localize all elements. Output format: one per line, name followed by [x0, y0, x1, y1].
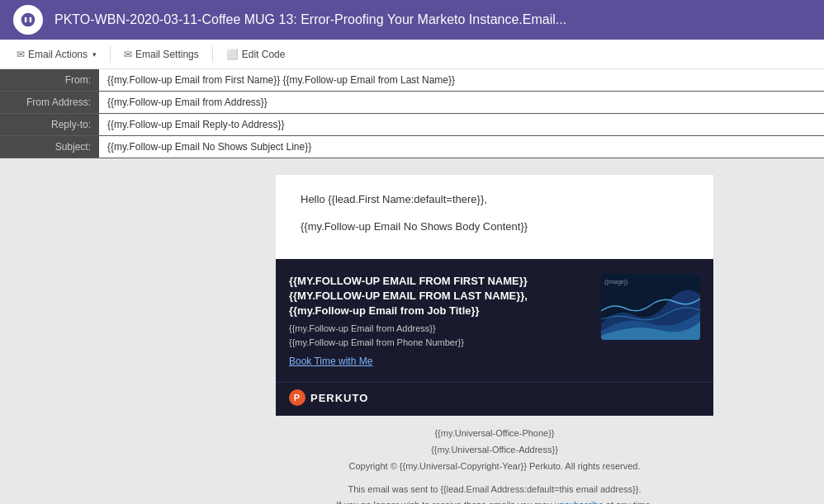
footer-area: {{my.Universal-Office-Phone}} {{my.Unive…: [276, 416, 713, 504]
meta-section: From: {{my.Follow-up Email from First Na…: [0, 69, 824, 158]
reply-to-value: {{my.Follow-up Email Reply-to Address}}: [99, 114, 824, 135]
book-time-link[interactable]: Book Time with Me: [289, 356, 588, 367]
email-actions-button[interactable]: ✉ Email Actions ▾: [10, 45, 103, 64]
page-title: PKTO-WBN-2020-03-11-Coffee MUG 13: Error…: [54, 12, 566, 27]
perkuto-name: PERKUTO: [310, 392, 368, 404]
email-wrapper: Hello {{lead.First Name:default=there}},…: [0, 158, 824, 504]
signature-block: {{MY.FOLLOW-UP EMAIL FROM FIRST NAME}} {…: [276, 259, 713, 383]
reply-to-row: Reply-to: {{my.Follow-up Email Reply-to …: [0, 114, 824, 136]
main-content[interactable]: Hello {{lead.First Name:default=there}},…: [0, 158, 824, 504]
toolbar: ✉ Email Actions ▾ ✉ Email Settings ⬜ Edi…: [0, 40, 824, 69]
app-logo: [13, 5, 43, 35]
email-settings-button[interactable]: ✉ Email Settings: [117, 45, 206, 64]
signature-bottom: P PERKUTO: [276, 382, 713, 416]
signature-wave-image: {{image}}: [601, 274, 700, 340]
chevron-down-icon: ▾: [92, 50, 97, 59]
reply-to-label: Reply-to:: [0, 114, 99, 135]
subject-label: Subject:: [0, 136, 99, 158]
email-icon: ✉: [17, 49, 25, 60]
perkuto-logo: P PERKUTO: [289, 389, 700, 406]
svg-rect-2: [30, 17, 32, 23]
footer-unsubscribe-prefix: If you no longer wish to receive these e…: [336, 500, 554, 504]
signature-name: {{MY.FOLLOW-UP EMAIL FROM FIRST NAME}} {…: [289, 274, 588, 319]
unsubscribe-link[interactable]: unsubscribe: [554, 500, 603, 504]
from-address-label: From Address:: [0, 92, 99, 113]
code-icon: ⬜: [226, 49, 239, 60]
email-main: Hello {{lead.First Name:default=there}},…: [165, 158, 824, 504]
subject-row: Subject: {{my.Follow-up Email No Shows S…: [0, 136, 824, 158]
from-value: {{my.Follow-up Email from First Name}} {…: [99, 69, 824, 91]
footer-phone: {{my.Universal-Office-Phone}}: [276, 426, 713, 442]
email-settings-label: Email Settings: [135, 49, 199, 60]
edit-code-button[interactable]: ⬜ Edit Code: [220, 45, 292, 64]
from-label: From:: [0, 69, 99, 91]
signature-address-2: {{my.Follow-up Email from Phone Number}}: [289, 336, 588, 350]
email-settings-icon: ✉: [124, 49, 132, 60]
email-actions-label: Email Actions: [28, 49, 88, 60]
email-greeting: Hello {{lead.First Name:default=there}},: [301, 191, 689, 209]
perkuto-icon: P: [289, 389, 305, 406]
svg-rect-1: [25, 17, 26, 23]
toolbar-separator-2: [212, 46, 213, 63]
edit-code-label: Edit Code: [242, 49, 286, 60]
footer-email-notice: This email was sent to {{lead.Email Addr…: [276, 482, 713, 498]
footer-address: {{my.Universal-Office-Address}}: [276, 442, 713, 459]
toolbar-separator-1: [110, 46, 111, 63]
from-address-row: From Address: {{my.Follow-up Email from …: [0, 92, 824, 114]
email-card: Hello {{lead.First Name:default=there}},…: [276, 175, 713, 416]
footer-unsubscribe-row: If you no longer wish to receive these e…: [276, 497, 713, 504]
footer-copyright: Copyright © {{my.Universal-Copyright-Yea…: [276, 459, 713, 475]
footer-unsubscribe-suffix: at any time.: [604, 500, 653, 504]
header: PKTO-WBN-2020-03-11-Coffee MUG 13: Error…: [0, 0, 824, 40]
left-sidebar: [0, 158, 165, 504]
signature-address-1: {{my.Follow-up Email from Address}}: [289, 322, 588, 336]
from-address-value: {{my.Follow-up Email from Address}}: [99, 92, 824, 113]
signature-left: {{MY.FOLLOW-UP EMAIL FROM FIRST NAME}} {…: [289, 274, 588, 368]
email-card-body: Hello {{lead.First Name:default=there}},…: [276, 175, 713, 259]
subject-value: {{my.Follow-up Email No Shows Subject Li…: [99, 136, 824, 158]
from-row: From: {{my.Follow-up Email from First Na…: [0, 69, 824, 92]
signature-right: {{image}}: [601, 274, 700, 340]
svg-point-0: [21, 13, 36, 27]
svg-text:{{image}}: {{image}}: [604, 279, 628, 285]
email-body-content: {{my.Follow-up Email No Shows Body Conte…: [301, 219, 689, 236]
